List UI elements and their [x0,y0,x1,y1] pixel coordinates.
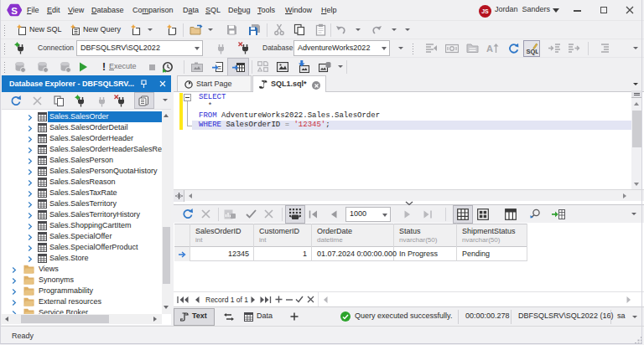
svg-text:S: S [11,6,18,16]
svg-text:SQL: SQL [527,48,539,55]
svg-text:A: A [486,44,493,54]
